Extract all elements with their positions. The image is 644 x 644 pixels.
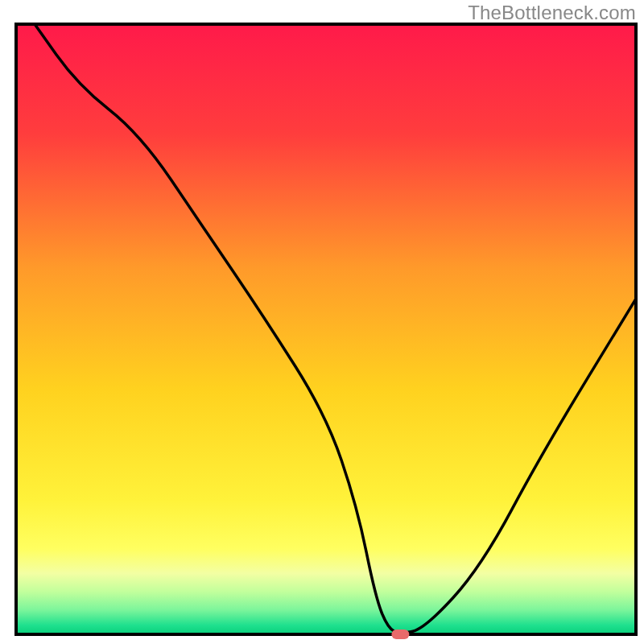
bottleneck-chart: TheBottleneck.com <box>0 0 644 644</box>
optimum-marker <box>391 630 409 639</box>
chart-canvas <box>0 0 644 644</box>
watermark-text: TheBottleneck.com <box>468 2 636 24</box>
plot-background-gradient <box>16 24 636 634</box>
